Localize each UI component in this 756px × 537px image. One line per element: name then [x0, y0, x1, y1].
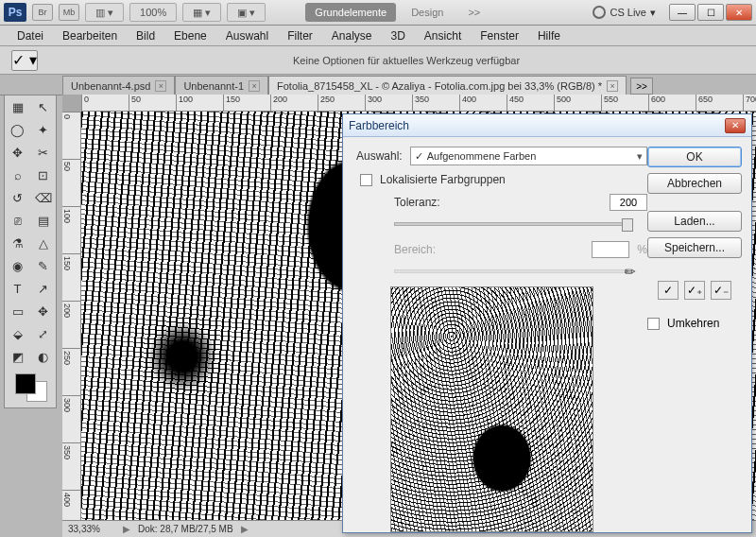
range-unit: %	[637, 243, 647, 256]
eyedropper-subtract-icon[interactable]: ✓₋	[711, 281, 731, 300]
document-tab[interactable]: Unbenannt-1×	[175, 76, 268, 95]
menu-bild[interactable]: Bild	[127, 26, 164, 45]
tool-button[interactable]: ◯	[5, 118, 30, 141]
tool-button[interactable]: ◩	[5, 345, 30, 368]
load-button[interactable]: Laden...	[647, 211, 742, 232]
tool-button[interactable]: ✎	[30, 254, 56, 277]
cancel-button[interactable]: Abbrechen	[647, 173, 742, 194]
tool-button[interactable]: ▭	[5, 300, 30, 322]
ruler-tick: 300	[62, 395, 80, 442]
view-mode-dropdown[interactable]: ▥ ▾	[85, 3, 124, 22]
tool-button[interactable]: T	[5, 277, 30, 300]
document-tab[interactable]: Unbenannt-4.psd×	[62, 76, 175, 95]
workspace-design[interactable]: Design	[402, 3, 453, 22]
ruler-tick: 700	[743, 95, 756, 111]
workspace-more[interactable]: >>	[458, 3, 490, 22]
chevron-right-icon[interactable]: ▶	[241, 524, 249, 534]
ruler-tick: 150	[62, 253, 80, 301]
tool-button[interactable]: ◉	[5, 254, 30, 277]
menu-bearbeiten[interactable]: Bearbeiten	[53, 26, 127, 45]
arrange-dropdown[interactable]: ▦ ▾	[182, 3, 221, 22]
maximize-button[interactable]: ☐	[697, 4, 724, 21]
tab-close-icon[interactable]: ×	[607, 80, 618, 92]
range-label: Bereich:	[394, 243, 436, 256]
ruler-vertical: 050100150200250300350400450	[62, 112, 81, 520]
screenmode-dropdown[interactable]: ▣ ▾	[227, 3, 266, 22]
menu-ansicht[interactable]: Ansicht	[415, 26, 471, 45]
ruler-tick: 150	[223, 95, 270, 111]
ruler-tick: 300	[365, 95, 412, 111]
cs-live-button[interactable]: CS Live ▾	[593, 6, 656, 19]
eyedropper-icon[interactable]: ✓	[658, 281, 679, 300]
tool-button[interactable]: ◐	[30, 345, 56, 368]
tool-button[interactable]: ↺	[5, 186, 30, 209]
tool-button[interactable]: ⎚	[5, 209, 30, 232]
eyedropper-icon[interactable]: ✎	[621, 262, 640, 281]
color-swatches[interactable]	[5, 368, 56, 407]
tool-button[interactable]: ✂	[30, 141, 56, 164]
bridge-button[interactable]: Br	[32, 4, 53, 21]
tab-close-icon[interactable]: ×	[249, 80, 260, 92]
tool-button[interactable]: ⬙	[5, 322, 30, 345]
tool-button[interactable]: ✦	[30, 118, 56, 141]
zoom-dropdown[interactable]: 100%	[129, 3, 177, 22]
menu-auswahl[interactable]: Auswahl	[216, 26, 278, 45]
menu-analyse[interactable]: Analyse	[322, 26, 382, 45]
tool-button[interactable]: ⚗	[5, 232, 30, 254]
ruler-tick: 350	[62, 442, 80, 490]
selection-preview[interactable]	[390, 286, 593, 532]
ruler-tick: 0	[81, 95, 129, 111]
tool-button[interactable]: ↖	[30, 95, 56, 118]
ruler-tick: 200	[270, 95, 318, 111]
tolerance-input[interactable]	[610, 194, 647, 211]
tool-button[interactable]: ⊡	[30, 164, 56, 186]
auswahl-label: Auswahl:	[356, 149, 403, 163]
zoom-readout[interactable]: 33,33%	[68, 524, 115, 534]
dialog-title: Farbbereich	[349, 119, 409, 132]
menu-hilfe[interactable]: Hilfe	[528, 26, 570, 45]
menu-ebene[interactable]: Ebene	[164, 26, 216, 45]
range-input	[592, 241, 629, 258]
tool-button[interactable]: ⌫	[30, 186, 56, 209]
range-slider	[394, 269, 628, 273]
menu-filter[interactable]: Filter	[278, 26, 322, 45]
tool-button[interactable]: ▦	[5, 95, 30, 118]
tab-close-icon[interactable]: ×	[155, 80, 166, 92]
dialog-titlebar[interactable]: Farbbereich ✕	[343, 114, 751, 137]
save-button[interactable]: Speichern...	[647, 237, 742, 258]
workspace-grundelemente[interactable]: Grundelemente	[305, 3, 396, 22]
tool-button[interactable]: ↗	[30, 277, 56, 300]
ruler-tick: 200	[62, 301, 80, 348]
tool-button[interactable]: ✥	[5, 141, 30, 164]
eyedropper-add-icon[interactable]: ✓₊	[684, 281, 705, 300]
auswahl-dropdown[interactable]: ✓Aufgenommene Farben	[410, 147, 647, 165]
document-tab-active[interactable]: Fotolia_8715458_XL - © Azaliya - Fotolia…	[268, 76, 627, 95]
ruler-tick: 450	[507, 95, 554, 111]
tabs-overflow-button[interactable]: >>	[630, 78, 653, 95]
minibridge-button[interactable]: Mb	[59, 4, 79, 21]
invert-checkbox[interactable]	[647, 318, 660, 330]
tolerance-slider[interactable]	[394, 222, 628, 226]
tool-button[interactable]: ✥	[30, 300, 56, 322]
current-tool-icon[interactable]: ✓ ▾	[11, 50, 38, 71]
menu-fenster[interactable]: Fenster	[471, 26, 528, 45]
tool-button[interactable]: ⤢	[30, 322, 56, 345]
doc-size-readout: Dok: 28,7 MB/27,5 MB	[138, 524, 233, 534]
menu-3d[interactable]: 3D	[382, 26, 415, 45]
tolerance-label: Toleranz:	[394, 196, 440, 209]
dialog-close-button[interactable]: ✕	[725, 118, 746, 133]
slider-thumb[interactable]	[622, 218, 633, 232]
minimize-button[interactable]: —	[669, 4, 696, 21]
ruler-tick: 650	[696, 95, 743, 111]
foreground-swatch[interactable]	[15, 373, 36, 394]
tool-button[interactable]: ⌕	[5, 164, 30, 186]
localized-checkbox[interactable]	[360, 174, 372, 186]
menu-datei[interactable]: Datei	[8, 26, 53, 45]
chevron-right-icon[interactable]: ▶	[123, 524, 130, 534]
options-text: Keine Optionen für aktuelles Werkzeug ve…	[293, 55, 520, 66]
tool-button[interactable]: △	[30, 232, 56, 254]
close-button[interactable]: ✕	[726, 4, 752, 21]
ruler-tick: 500	[554, 95, 601, 111]
ok-button[interactable]: OK	[647, 147, 742, 167]
tool-button[interactable]: ▤	[30, 209, 56, 232]
